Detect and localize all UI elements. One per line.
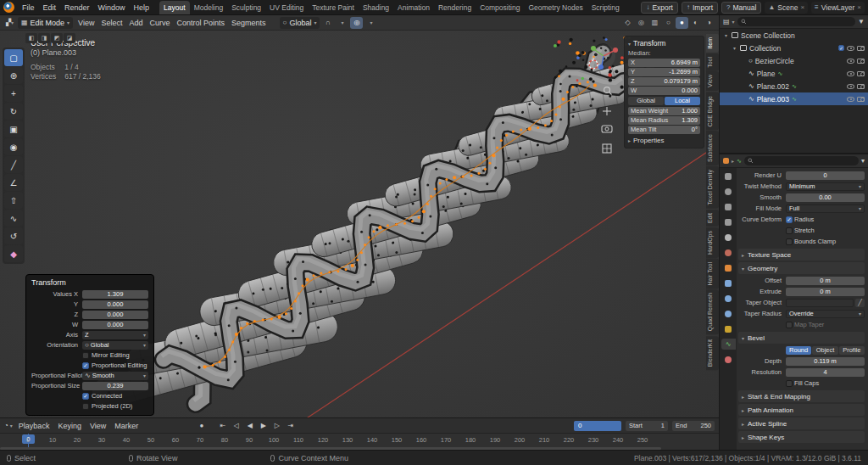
camera-view-gizmo[interactable] xyxy=(602,126,612,132)
proportional-settings-dropdown[interactable]: ▾ xyxy=(364,17,377,29)
move-tool[interactable]: + xyxy=(4,85,23,102)
unlink-scene-icon[interactable]: × xyxy=(800,3,804,11)
world-tab[interactable] xyxy=(721,247,736,258)
workspace-tab-compositing[interactable]: Compositing xyxy=(476,1,524,14)
prev-keyframe-button[interactable]: ◁ xyxy=(230,420,242,431)
workspace-tab-shading[interactable]: Shading xyxy=(359,1,393,14)
twist-method-dropdown[interactable]: Minimum▾ xyxy=(786,182,865,191)
median-w-field[interactable]: W0.000 xyxy=(628,87,700,95)
median-x-field[interactable]: X6.6949 m xyxy=(628,59,700,67)
workspace-tab-uv-editing[interactable]: UV Editing xyxy=(265,1,308,14)
scene-tab[interactable] xyxy=(721,232,736,243)
output-tab[interactable] xyxy=(721,201,736,212)
sidebar-tab-view[interactable]: View xyxy=(706,71,719,91)
pan-gizmo[interactable] xyxy=(603,107,611,115)
taper-radius-dropdown[interactable]: Override▾ xyxy=(786,310,865,318)
import-button[interactable]: ↑Import xyxy=(682,2,718,14)
fill-mode-dropdown[interactable]: Full▾ xyxy=(786,204,865,213)
workspace-tab-animation[interactable]: Animation xyxy=(393,1,434,14)
disable-render-icon[interactable] xyxy=(857,84,865,89)
disable-render-icon[interactable] xyxy=(857,71,865,76)
sidebar-tab-tool[interactable]: Tool xyxy=(706,53,719,71)
timeline-editor-icon[interactable]: ◔ xyxy=(4,422,8,429)
tool-tab[interactable] xyxy=(721,171,736,182)
outliner-row-scene-collection[interactable]: ▾Scene Collection xyxy=(720,29,868,42)
mean-tilt-field[interactable]: Mean Tilt0° xyxy=(628,126,700,134)
viewport-menu-view[interactable]: View xyxy=(75,19,97,27)
taper-object-picker[interactable] xyxy=(786,299,854,307)
fill-caps-checkbox[interactable] xyxy=(786,380,793,387)
timeline-ruler[interactable]: 0 01020304050607080901001101201301401501… xyxy=(0,434,719,450)
outliner-filter-icon[interactable]: ▼ xyxy=(858,18,865,25)
viewport-menu-control-points[interactable]: Control Points xyxy=(174,19,229,27)
menu-edit[interactable]: Edit xyxy=(39,1,61,14)
operator-panel-title[interactable]: Transform xyxy=(31,278,148,287)
proportional-falloff-dropdown[interactable]: ∿Smooth▾ xyxy=(82,372,148,380)
particles-tab[interactable] xyxy=(721,293,736,304)
collection-checkbox[interactable]: ✓ xyxy=(838,45,844,51)
smooth-field[interactable]: 0.00 xyxy=(786,193,865,202)
select-mode-icon-4[interactable]: ◪ xyxy=(64,33,75,43)
shading-wireframe-icon[interactable]: ○ xyxy=(662,17,675,29)
proportional-editing-checkbox[interactable]: ✓ xyxy=(82,362,89,369)
sidebar-tab-texel-density[interactable]: Texel Density xyxy=(706,166,719,209)
outliner-row-plane-002[interactable]: ∿Plane.002∿ xyxy=(720,80,868,92)
export-button[interactable]: ↓Export xyxy=(641,2,678,14)
snap-settings-dropdown[interactable]: ▾ xyxy=(336,17,348,29)
xray-toggle-icon[interactable]: ▥ xyxy=(648,17,661,29)
comb-tool[interactable]: ◆ xyxy=(4,245,23,262)
section-start-end-mapping[interactable]: ▸Start & End Mapping xyxy=(738,390,865,402)
z-field[interactable]: 0.000 xyxy=(82,311,148,319)
bevel-mode-profile[interactable]: Profile xyxy=(839,346,865,355)
map-taper-checkbox[interactable] xyxy=(786,322,793,328)
sidebar-tab-substance[interactable]: Substance xyxy=(706,131,719,165)
unlink-viewlayer-icon[interactable]: × xyxy=(857,3,861,11)
scale-tool[interactable]: ▣ xyxy=(4,120,23,137)
transform-orientation-selector[interactable]: ○Global▾ xyxy=(280,17,320,29)
menu-window[interactable]: Window xyxy=(94,1,130,14)
cursor-tool[interactable]: ⊕ xyxy=(4,67,23,84)
frame-end-field[interactable]: End250 xyxy=(672,421,715,431)
w-field[interactable]: 0.000 xyxy=(82,321,148,329)
section-active-spline[interactable]: ▸Active Spline xyxy=(738,417,865,429)
mirror-editing-checkbox[interactable] xyxy=(82,352,89,359)
sidebar-tab-cse-bridge[interactable]: CSE Bridge xyxy=(706,92,719,131)
mean-radius-field[interactable]: Mean Radius1.309 xyxy=(628,116,700,125)
menu-file[interactable]: File xyxy=(18,1,39,14)
timeline-menu-view[interactable]: View xyxy=(86,422,110,430)
stretch-checkbox[interactable] xyxy=(786,227,793,234)
view-layer-tab[interactable] xyxy=(721,216,736,227)
shading-rendered-icon[interactable]: ◑ xyxy=(703,17,715,29)
hide-viewport-icon[interactable] xyxy=(847,46,854,51)
properties-filter-icon[interactable]: ▾ xyxy=(861,157,865,165)
constraints-tab[interactable] xyxy=(721,323,736,334)
sidebar-tab-blenderkit[interactable]: BlenderKit xyxy=(706,336,719,370)
timeline-menu-marker[interactable]: Marker xyxy=(110,422,142,430)
mean-weight-field[interactable]: Mean Weight1.000 xyxy=(628,107,700,115)
workspace-tab-rendering[interactable]: Rendering xyxy=(434,1,476,14)
auto-keying-button[interactable]: ● xyxy=(195,420,208,431)
frame-start-field[interactable]: Start1 xyxy=(626,421,668,431)
menu-render[interactable]: Render xyxy=(60,1,94,14)
next-keyframe-button[interactable]: ▷ xyxy=(270,420,283,431)
shading-solid-icon[interactable]: ● xyxy=(676,17,688,29)
bevel-mode-round[interactable]: Round xyxy=(786,346,811,355)
jump-to-start-button[interactable]: ⇤ xyxy=(216,420,229,431)
disclosure-icon[interactable]: ▾ xyxy=(732,45,737,51)
workspace-tab-texture-paint[interactable]: Texture Paint xyxy=(308,1,359,14)
tweak-select-tool[interactable]: ▢ xyxy=(4,49,23,66)
disable-render-icon[interactable] xyxy=(857,97,865,102)
outliner-row-plane-003[interactable]: ∿Plane.003∿ xyxy=(720,92,868,105)
disable-render-icon[interactable] xyxy=(857,46,865,51)
viewport-menu-add[interactable]: Add xyxy=(125,19,146,27)
outliner-row-plane[interactable]: ∿Plane∿ xyxy=(720,67,868,80)
scene-selector[interactable]: ▲Scene× xyxy=(765,2,808,14)
median-z-field[interactable]: Z0.079179 m xyxy=(628,77,700,86)
workspace-tab-sculpting[interactable]: Sculpting xyxy=(227,1,265,14)
object-data-tab[interactable]: ∿ xyxy=(721,339,736,350)
sidebar-tab-hair-tool[interactable]: Hair Tool xyxy=(706,259,719,289)
proportional-size-field[interactable]: 0.239 xyxy=(82,382,148,390)
workspace-tab-scripting[interactable]: Scripting xyxy=(587,1,624,14)
snap-magnet-icon[interactable]: ∩ xyxy=(321,17,334,29)
radius-checkbox[interactable]: ✓ xyxy=(786,216,793,223)
